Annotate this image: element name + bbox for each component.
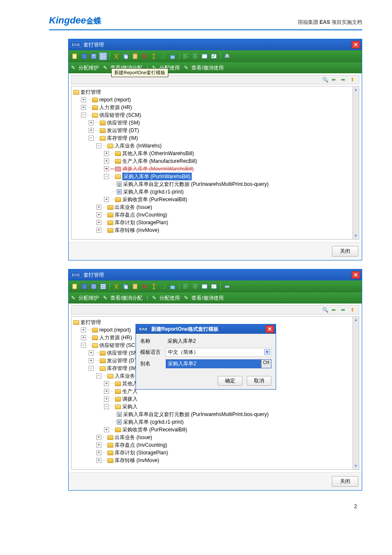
cut-icon[interactable] [112, 52, 120, 60]
expand-icon[interactable]: + [96, 458, 101, 463]
save-icon[interactable] [81, 283, 88, 290]
copy-icon[interactable] [122, 283, 130, 290]
rename-icon[interactable] [150, 52, 158, 60]
grid-icon selected[interactable] [99, 52, 107, 60]
tree-node-deleted[interactable]: +⋯调拨入库单 (MoveInWarehsBill) [73, 165, 351, 173]
close-icon[interactable]: ✕ [352, 41, 360, 49]
menu-assign-maintain[interactable]: ✎分配维护 [71, 295, 99, 302]
refresh-icon[interactable] [159, 283, 167, 290]
tree-node[interactable]: −⋯入库业务 (InWarehs) [73, 142, 351, 150]
menu-view-revoke-use[interactable]: ✎查看/撤消使用 [184, 295, 223, 302]
expand-icon[interactable]: + [89, 358, 94, 363]
search-icon[interactable]: 🔍 [322, 307, 328, 313]
dropdown-arrow-icon[interactable]: ▼ [264, 349, 270, 355]
tree-leaf[interactable]: ⋯Q采购入库单自定义套打元数据 (PurInwarehsMultiPrint.b… [73, 180, 351, 188]
expand-icon[interactable]: + [104, 151, 109, 156]
copy-icon[interactable] [122, 52, 130, 60]
collapse-icon[interactable]: − [104, 404, 109, 409]
tree-node[interactable]: +⋯调拨入 [73, 395, 351, 403]
tree-leaf[interactable]: ⋯R采购入库单 (cgrkd.r1-print) [73, 418, 351, 426]
tree-node[interactable]: +⋯库存盘点 (InvCounting) [73, 211, 351, 219]
check-icon[interactable] [210, 52, 218, 60]
expand-icon[interactable]: + [96, 205, 101, 210]
tree-node[interactable]: +⋯其他入库单 (OtherInWarehsBill) [73, 150, 351, 157]
new-icon[interactable] [71, 283, 79, 290]
align-left-icon[interactable] [182, 52, 190, 60]
tree-node[interactable]: +⋯生产入库单 (ManufactureRecBill) [73, 157, 351, 165]
close-button[interactable]: 关闭 [332, 246, 358, 257]
tree-leaf[interactable]: ⋯R采购入库单 (cgrkd.r1-print) [73, 188, 351, 196]
expand-icon[interactable]: + [104, 159, 109, 164]
expand-icon[interactable]: + [96, 435, 101, 440]
delete-icon[interactable] [141, 283, 148, 290]
export-icon[interactable] [169, 52, 176, 60]
tree-node[interactable]: +⋯出库业务 (Issue) [73, 434, 351, 441]
tree-node[interactable]: −⋯供应链管理 (SCM) [73, 111, 351, 119]
collapse-icon[interactable]: − [104, 174, 109, 179]
tree-node[interactable]: +⋯采购收货单 (PurReceivalBill) [73, 196, 351, 203]
forward-icon[interactable]: ➡ [341, 77, 347, 83]
close-icon[interactable]: ✕ [352, 271, 360, 279]
collapse-icon[interactable]: − [89, 136, 94, 141]
tree-node[interactable]: +⋯采购收货单 (PurReceivalBill) [73, 426, 351, 434]
expand-icon[interactable]: + [96, 228, 101, 233]
expand-icon[interactable]: + [81, 327, 86, 332]
align-left-icon[interactable] [182, 283, 190, 290]
expand-icon[interactable]: + [104, 197, 109, 202]
back-icon[interactable]: ⬅ [331, 307, 337, 313]
tree-node[interactable]: +⋯库存盘点 (InvCounting) [73, 441, 351, 449]
tree-node[interactable]: +⋯库存计划 (StoragePlan) [73, 219, 351, 226]
list-icon[interactable] [201, 283, 208, 290]
lang-dropdown[interactable]: 中文（简体） ▼ [166, 348, 271, 357]
print-icon[interactable] [223, 52, 231, 60]
tree-node[interactable]: +⋯库存转移 (InvMove) [73, 226, 351, 234]
menu-view-revoke-use[interactable]: ✎查看/撤消使用 [184, 64, 223, 72]
menu-assign-use[interactable]: ✎分配使用 [152, 295, 180, 302]
new-icon[interactable] [71, 52, 79, 60]
refresh-icon[interactable] [159, 52, 167, 60]
expand-icon[interactable]: + [96, 220, 101, 225]
tree-node[interactable]: +⋯人力资源 (HR) [73, 104, 351, 111]
expand-icon[interactable]: + [96, 442, 101, 448]
collapse-icon[interactable]: − [89, 366, 94, 371]
expand-icon[interactable]: + [89, 128, 94, 133]
tree-node[interactable]: +⋯report (report) [73, 96, 351, 104]
back-icon[interactable]: ⬅ [331, 77, 337, 83]
up-icon[interactable]: ⬆ [350, 307, 356, 313]
print-icon[interactable] [223, 283, 231, 290]
save-as-icon[interactable] [90, 52, 98, 60]
up-icon[interactable]: ⬆ [350, 77, 356, 83]
scroll-up-icon[interactable]: ▲ [354, 87, 358, 92]
expand-icon[interactable]: + [96, 212, 101, 217]
cancel-button[interactable]: 取消 [247, 376, 271, 386]
lang-badge[interactable]: CH [261, 360, 271, 368]
scroll-down-icon[interactable]: ▼ [354, 464, 358, 468]
paste-icon[interactable] [131, 283, 139, 290]
cut-icon[interactable] [112, 283, 120, 290]
tree-node[interactable]: +⋯库存计划 (StoragePlan) [73, 449, 351, 457]
check-icon[interactable] [210, 283, 218, 290]
collapse-icon[interactable]: − [81, 113, 86, 118]
expand-icon[interactable]: + [104, 166, 109, 171]
tree-node-selected[interactable]: −⋯采购入库单 (PurInWarehsBill) [73, 173, 351, 180]
scroll-down-icon[interactable]: ▼ [354, 234, 358, 238]
menu-assign-maintain[interactable]: ✎分配维护 [71, 64, 99, 72]
collapse-icon[interactable]: − [81, 343, 86, 348]
name-value[interactable]: 采购入库单2 [166, 337, 271, 345]
rename-icon[interactable] [150, 283, 158, 290]
expand-icon[interactable]: + [89, 120, 94, 125]
list-icon[interactable] [201, 52, 208, 60]
scrollbar[interactable]: ▲ ▼ [352, 317, 359, 469]
forward-icon[interactable]: ➡ [341, 307, 347, 313]
tree-node[interactable]: +⋯发运管理 (DT) [73, 127, 351, 134]
template-tree[interactable]: 套打管理 +⋯report (report) +⋯人力资源 (HR) −⋯供应链… [72, 87, 352, 239]
expand-icon[interactable]: + [81, 97, 86, 102]
tree-node[interactable]: −⋯库存管理 (IM) [73, 134, 351, 142]
expand-icon[interactable]: + [81, 335, 86, 340]
save-icon[interactable] [81, 52, 88, 60]
tree-node[interactable]: +⋯库存转移 (InvMove) [73, 457, 351, 464]
tree-leaf[interactable]: ⋯Q采购入库单自定义套打元数据 (PurInwarehsMultiPrint.b… [73, 410, 351, 418]
collapse-icon[interactable]: − [96, 143, 101, 148]
grid-icon[interactable] [99, 283, 107, 290]
menu-view-revoke-assign[interactable]: ✎查看/撤消分配 [103, 295, 142, 302]
